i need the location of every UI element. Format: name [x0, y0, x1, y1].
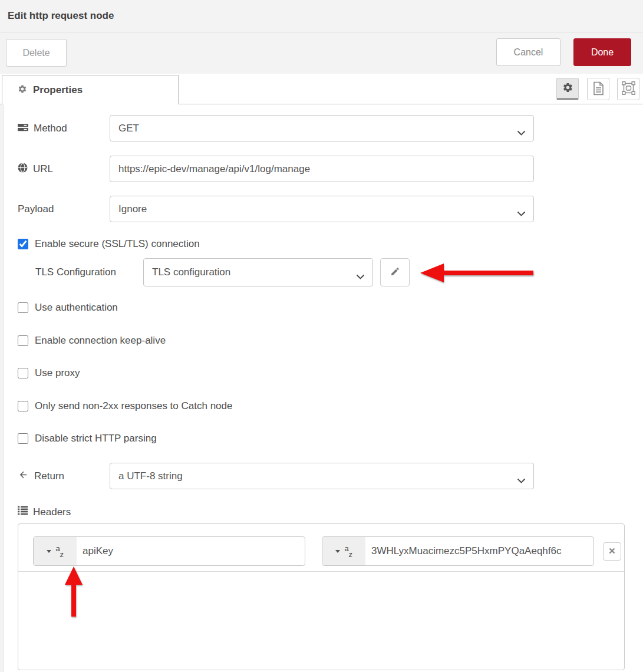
payload-label: Payload	[18, 203, 110, 215]
header-row: az az	[18, 524, 624, 566]
use-proxy-row: Use proxy	[18, 367, 643, 379]
tls-config-label: TLS Configuration	[35, 266, 143, 278]
properties-tab-button[interactable]	[556, 78, 579, 100]
return-label: Return	[18, 470, 110, 483]
header-key-input[interactable]	[77, 537, 305, 565]
string-type-az-icon: az	[56, 544, 64, 559]
url-label: URL	[18, 163, 110, 176]
arrow-head	[65, 566, 83, 585]
header-key-typedinput: az	[33, 536, 305, 566]
tls-config-row: TLS Configuration TLS configuration	[35, 258, 643, 286]
return-row: Return a UTF-8 string	[18, 463, 643, 489]
secure-checkbox-label: Enable secure (SSL/TLS) connection	[35, 238, 200, 250]
strict-http-parsing-checkbox[interactable]	[18, 433, 28, 444]
header-value-typedinput: az	[322, 536, 594, 566]
arrow-left-icon	[18, 470, 29, 483]
return-select[interactable]: a UTF-8 string	[110, 463, 534, 489]
method-select[interactable]: GET	[110, 115, 534, 141]
use-proxy-checkbox[interactable]	[18, 368, 28, 378]
header-key-type-button[interactable]: az	[34, 537, 77, 565]
keep-alive-checkbox[interactable]	[18, 335, 28, 346]
use-authentication-checkbox[interactable]	[18, 302, 28, 313]
appearance-icon	[622, 81, 635, 97]
method-label: Method	[18, 123, 110, 134]
tls-edit-button[interactable]	[380, 258, 410, 286]
pencil-icon	[390, 266, 400, 278]
arrow-head	[420, 263, 444, 282]
method-row: Method GET	[18, 115, 643, 141]
appearance-tab-button[interactable]	[617, 78, 639, 100]
tasks-icon	[18, 123, 28, 134]
payload-row: Payload Ignore	[18, 196, 643, 222]
secure-checkbox[interactable]	[18, 239, 28, 249]
payload-select-value: Ignore	[118, 203, 147, 215]
done-button[interactable]: Done	[573, 38, 631, 66]
strict-http-parsing-row: Disable strict HTTP parsing	[18, 433, 643, 444]
header-row-separator	[18, 571, 624, 572]
description-tab-button[interactable]	[587, 78, 609, 100]
dialog-title: Edit http request node	[8, 10, 114, 22]
close-icon	[609, 547, 615, 556]
gear-icon	[562, 82, 573, 95]
delete-button[interactable]: Delete	[6, 39, 67, 67]
list-icon	[18, 506, 28, 518]
tls-config-select-value: TLS configuration	[152, 266, 230, 278]
globe-icon	[18, 163, 28, 176]
arrow-shaft	[71, 584, 76, 617]
tab-properties[interactable]: Properties	[2, 75, 179, 104]
chevron-down-icon	[517, 475, 526, 486]
use-authentication-row: Use authentication	[18, 302, 643, 314]
return-select-value: a UTF-8 string	[118, 470, 183, 482]
headers-editable-list: az az	[18, 523, 625, 670]
chevron-down-icon	[356, 271, 365, 282]
dialog-toolbar: Delete Cancel Done	[0, 32, 643, 74]
headers-label: Headers	[18, 506, 643, 518]
cancel-button[interactable]: Cancel	[496, 38, 560, 66]
gear-icon	[18, 84, 27, 96]
keep-alive-row: Enable connection keep-alive	[18, 335, 643, 347]
tab-bar: Properties	[0, 74, 643, 104]
properties-form: Method GET URL Payload Ignore	[0, 104, 643, 670]
annotation-arrow-left	[420, 263, 533, 282]
dialog-titlebar: Edit http request node	[0, 0, 643, 32]
tab-properties-label: Properties	[33, 84, 83, 96]
non-2xx-catch-checkbox[interactable]	[18, 401, 28, 411]
secure-checkbox-row: Enable secure (SSL/TLS) connection	[18, 238, 643, 250]
non-2xx-catch-row: Only send non-2xx responses to Catch nod…	[18, 400, 643, 412]
header-value-type-button[interactable]: az	[322, 537, 365, 565]
tls-config-select[interactable]: TLS configuration	[143, 258, 373, 286]
url-input[interactable]	[110, 156, 534, 182]
method-select-value: GET	[118, 123, 139, 134]
caret-down-icon	[47, 550, 51, 553]
payload-select[interactable]: Ignore	[110, 196, 534, 222]
chevron-down-icon	[517, 127, 526, 139]
arrow-shaft	[443, 271, 533, 275]
url-row: URL	[18, 156, 643, 182]
annotation-arrow-up	[64, 566, 84, 617]
caret-down-icon	[335, 550, 340, 553]
tray-left-gutter	[0, 104, 4, 672]
header-value-input[interactable]	[365, 537, 593, 565]
file-text-icon	[592, 81, 605, 97]
string-type-az-icon: az	[345, 544, 353, 559]
remove-header-button[interactable]	[603, 542, 621, 561]
chevron-down-icon	[517, 207, 526, 219]
